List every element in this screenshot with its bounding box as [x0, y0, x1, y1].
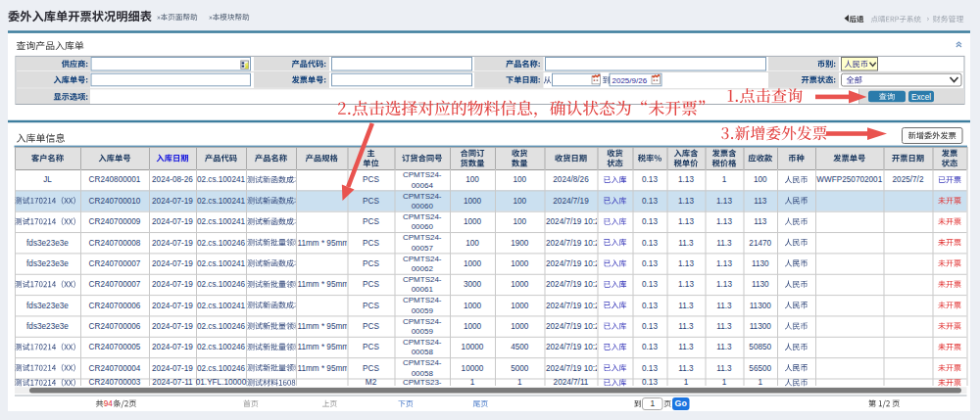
svg-text:CR240700006: CR240700006	[89, 322, 141, 331]
svg-text:00061: 00061	[412, 285, 434, 294]
svg-text:CR240700010: CR240700010	[89, 197, 141, 206]
svg-text:1.13: 1.13	[716, 259, 732, 268]
svg-text:00062: 00062	[412, 264, 434, 273]
svg-text:11300: 11300	[750, 322, 772, 331]
svg-text:2024/7/19 10:2: 2024/7/19 10:2	[546, 259, 600, 268]
svg-text:CR240700005: CR240700005	[89, 343, 141, 351]
svg-text:02.cs.100246: 02.cs.100246	[197, 239, 246, 248]
svg-text:0.13: 0.13	[642, 175, 658, 184]
svg-text:11.3: 11.3	[678, 302, 694, 310]
svg-text:CPMTS24-: CPMTS24-	[403, 255, 442, 263]
svg-text:Excel: Excel	[911, 93, 931, 102]
svg-text:0.13: 0.13	[642, 217, 658, 226]
svg-text:0.13: 0.13	[642, 364, 658, 373]
svg-text:1.13: 1.13	[678, 280, 694, 289]
svg-text:94: 94	[104, 399, 114, 408]
svg-text:CPMTS23-: CPMTS23-	[403, 378, 442, 387]
svg-text:1130: 1130	[752, 259, 769, 268]
svg-text:1000: 1000	[464, 302, 482, 310]
svg-text:0.13: 0.13	[642, 322, 658, 331]
svg-text:PCS: PCS	[363, 364, 379, 373]
svg-text:2024/7/19 10:2: 2024/7/19 10:2	[546, 343, 600, 351]
svg-text:0.13: 0.13	[642, 239, 658, 248]
svg-text:CPMTS24-: CPMTS24-	[403, 317, 442, 326]
svg-text:50850: 50850	[749, 343, 771, 351]
svg-text:CPMTS24-: CPMTS24-	[403, 338, 442, 347]
svg-text:2024/7/19 10:2: 2024/7/19 10:2	[546, 217, 600, 226]
svg-text:2024-07-19: 2024-07-19	[152, 343, 193, 351]
svg-text:JL: JL	[43, 175, 52, 184]
svg-text:PCS: PCS	[363, 259, 379, 268]
svg-text:CR240700009: CR240700009	[89, 217, 141, 226]
svg-text:CR240700007: CR240700007	[89, 280, 141, 289]
svg-text:CR240700003: CR240700003	[89, 378, 141, 387]
svg-text:2024/7/19 10:2: 2024/7/19 10:2	[546, 280, 600, 289]
svg-text:00058: 00058	[412, 348, 434, 356]
svg-text:1: 1	[758, 378, 762, 387]
svg-text:02.cs.100241: 02.cs.100241	[197, 302, 246, 310]
svg-text:02.cs.100246: 02.cs.100246	[197, 280, 246, 289]
svg-text:100: 100	[513, 217, 526, 226]
svg-text:0.13: 0.13	[642, 302, 658, 310]
svg-text:100: 100	[466, 175, 479, 184]
svg-text:PCS: PCS	[363, 322, 379, 331]
svg-text:2024-07-19: 2024-07-19	[152, 280, 193, 289]
svg-text:1000: 1000	[464, 322, 482, 331]
svg-text:CR240700006: CR240700006	[89, 302, 141, 310]
svg-text:2024-08-26: 2024-08-26	[152, 175, 193, 184]
svg-text:02.cs.100241: 02.cs.100241	[197, 259, 246, 268]
svg-text:fds3e23e3e: fds3e23e3e	[26, 322, 69, 331]
svg-text:2024/7/19: 2024/7/19	[553, 197, 589, 206]
svg-text:PCS: PCS	[363, 302, 379, 310]
svg-text:11.3: 11.3	[716, 302, 732, 310]
svg-text:11.3: 11.3	[716, 239, 732, 248]
svg-text:1: 1	[722, 175, 727, 184]
svg-text:1130: 1130	[752, 280, 769, 289]
svg-text:0.13: 0.13	[642, 378, 658, 387]
svg-text:02.cs.100246: 02.cs.100246	[197, 322, 246, 331]
svg-text:11.3: 11.3	[716, 322, 732, 331]
svg-text:11.3: 11.3	[678, 322, 694, 331]
svg-text:2024/7/19 10:2: 2024/7/19 10:2	[546, 322, 600, 331]
svg-text:PCS: PCS	[363, 280, 379, 289]
svg-text:02.cs.100246: 02.cs.100246	[197, 364, 246, 373]
svg-text:1.13: 1.13	[716, 217, 732, 226]
svg-text:CPMTS24-: CPMTS24-	[403, 296, 442, 304]
svg-text:WWFP250702001: WWFP250702001	[816, 175, 882, 184]
svg-text:00057: 00057	[412, 244, 434, 253]
svg-text:CR240700004: CR240700004	[89, 364, 141, 373]
svg-text:4500: 4500	[511, 343, 529, 351]
svg-text:100: 100	[754, 175, 767, 184]
svg-text:1000: 1000	[511, 280, 529, 289]
svg-text:113: 113	[754, 217, 766, 226]
svg-text:10000: 10000	[462, 343, 484, 351]
svg-text:fds3e23e3e: fds3e23e3e	[26, 302, 69, 310]
svg-text:CPMTS24-: CPMTS24-	[403, 358, 442, 367]
svg-text:2025/7/2: 2025/7/2	[893, 175, 924, 184]
svg-text:1.13: 1.13	[678, 259, 694, 268]
svg-text:CR240700008: CR240700008	[89, 239, 141, 248]
svg-text:56500: 56500	[749, 364, 771, 373]
svg-text:PCS: PCS	[363, 217, 379, 226]
svg-text:11mm * 95mm: 11mm * 95mm	[298, 364, 350, 373]
svg-text:02.cs.100246: 02.cs.100246	[197, 343, 246, 351]
svg-text:0.13: 0.13	[642, 259, 658, 268]
svg-text:00064: 00064	[412, 181, 434, 190]
svg-text:02.cs.100241: 02.cs.100241	[197, 175, 246, 184]
svg-text:2024-07-11: 2024-07-11	[152, 378, 193, 387]
svg-text:11.3: 11.3	[678, 239, 694, 248]
svg-text:1.13: 1.13	[678, 197, 694, 206]
svg-text:CPMTS24-: CPMTS24-	[403, 233, 442, 242]
svg-text:Go: Go	[675, 398, 688, 408]
svg-text:00060: 00060	[412, 202, 434, 210]
svg-text:2024-07-19: 2024-07-19	[152, 364, 193, 373]
svg-text:11.3: 11.3	[716, 364, 732, 373]
svg-text:2024-07-19: 2024-07-19	[152, 217, 193, 226]
svg-text:3000: 3000	[464, 280, 482, 289]
svg-text:1: 1	[722, 378, 727, 387]
svg-text:CPMTS24-: CPMTS24-	[403, 275, 442, 284]
svg-text:0.13: 0.13	[642, 280, 658, 289]
svg-text:1000: 1000	[511, 259, 529, 268]
svg-text:113: 113	[754, 197, 766, 206]
svg-text:10000: 10000	[462, 364, 484, 373]
